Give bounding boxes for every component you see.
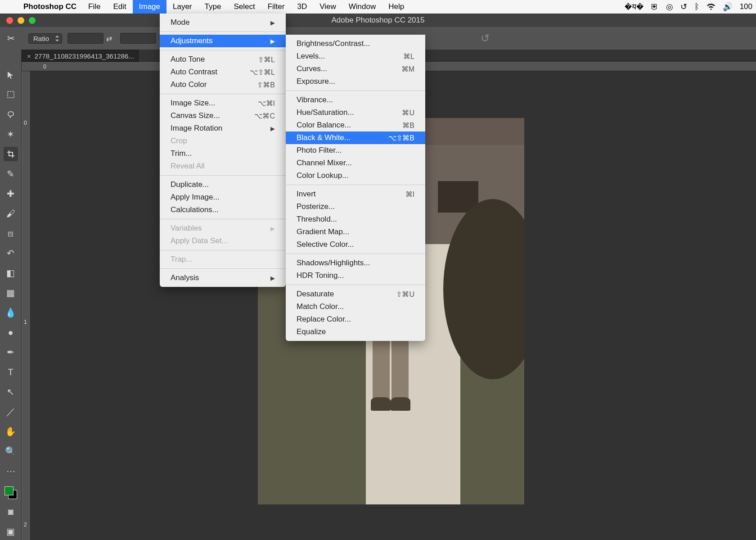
move-tool-icon[interactable] [4, 68, 18, 82]
timemachine-icon[interactable]: ↺ [680, 2, 687, 12]
zoom-dot[interactable] [29, 17, 36, 24]
image-menu-item-calculations[interactable]: Calculations... [160, 204, 286, 216]
adjustments-item-threshold[interactable]: Threshold... [286, 213, 425, 226]
menu-window[interactable]: Window [342, 0, 382, 14]
lasso-tool-icon[interactable] [4, 107, 18, 122]
adjustments-item-desaturate[interactable]: Desaturate⇧⌘U [286, 288, 425, 300]
dropbox-icon[interactable]: �य� [625, 2, 644, 12]
adjustments-item-vibrance[interactable]: Vibrance... [286, 94, 425, 106]
quickmask-icon[interactable]: ◙ [4, 504, 18, 519]
adjustments-item-channel-mixer[interactable]: Channel Mixer... [286, 157, 425, 169]
image-menu-item-apply-image[interactable]: Apply Image... [160, 191, 286, 204]
image-menu-item-canvas-size[interactable]: Canvas Size...⌥⌘C [160, 109, 286, 122]
menu-filter[interactable]: Filter [261, 0, 291, 14]
ruler-v-2: 2 [24, 522, 27, 528]
line-tool-icon[interactable]: ／ [4, 404, 18, 419]
zoom-tool-icon[interactable]: 🔍 [4, 444, 18, 458]
path-tool-icon[interactable]: ↖ [4, 385, 18, 399]
adjustments-item-curves[interactable]: Curves...⌘M [286, 63, 425, 75]
gradient-tool-icon[interactable]: ▦ [4, 286, 18, 300]
image-menu-item-auto-tone[interactable]: Auto Tone⇧⌘L [160, 53, 286, 66]
adjustments-item-equalize[interactable]: Equalize [286, 326, 425, 338]
cc-icon[interactable]: ◎ [666, 2, 673, 12]
adjustments-item-replace-color[interactable]: Replace Color... [286, 313, 425, 326]
adjustments-item-gradient-map[interactable]: Gradient Map... [286, 226, 425, 238]
menu-item-label: Channel Mixer... [297, 159, 414, 168]
adjustments-item-color-lookup[interactable]: Color Lookup... [286, 169, 425, 182]
shield-icon[interactable]: ⛨ [651, 2, 659, 12]
hand-tool-icon[interactable]: ✋ [4, 424, 18, 439]
menu-layer[interactable]: Layer [166, 0, 198, 14]
adjustments-item-match-color[interactable]: Match Color... [286, 300, 425, 313]
submenu-arrow-icon: ▶ [270, 38, 275, 45]
menu-item-label: Hue/Saturation... [297, 108, 384, 117]
marquee-tool-icon[interactable] [4, 87, 18, 102]
type-tool-icon[interactable]: T [4, 365, 18, 379]
screenmode-icon[interactable]: ▣ [4, 524, 18, 539]
menu-type[interactable]: Type [198, 0, 228, 14]
image-menu-item-mode[interactable]: Mode▶ [160, 16, 286, 29]
more-icon[interactable]: ⋯ [4, 464, 18, 478]
menu-item-label: Variables [171, 224, 252, 233]
magic-wand-tool-icon[interactable]: ✶ [4, 127, 18, 141]
menu-edit[interactable]: Edit [107, 0, 132, 14]
eyedropper-tool-icon[interactable]: ✎ [4, 167, 18, 181]
image-menu-item-auto-color[interactable]: Auto Color⇧⌘B [160, 78, 286, 91]
healing-tool-icon[interactable]: ✚ [4, 186, 18, 201]
crop-tool-icon[interactable] [4, 147, 18, 161]
adjustments-item-black-white[interactable]: Black & White...⌥⇧⌘B [286, 132, 425, 144]
image-menu-item-image-size[interactable]: Image Size...⌥⌘I [160, 97, 286, 109]
crop-icon[interactable]: ✂ [7, 33, 15, 44]
adjustments-item-color-balance[interactable]: Color Balance...⌘B [286, 119, 425, 132]
adjustments-item-invert[interactable]: Invert⌘I [286, 188, 425, 200]
adjustments-item-levels[interactable]: Levels...⌘L [286, 50, 425, 63]
volume-icon[interactable]: 🔊 [723, 2, 733, 12]
adjustments-item-photo-filter[interactable]: Photo Filter... [286, 144, 425, 157]
adjustments-item-posterize[interactable]: Posterize... [286, 200, 425, 213]
adjustments-item-brightness-contrast[interactable]: Brightness/Contrast... [286, 37, 425, 50]
menu-file[interactable]: File [82, 0, 107, 14]
eraser-tool-icon[interactable]: ◧ [4, 266, 18, 280]
pen-tool-icon[interactable]: ✒ [4, 345, 18, 359]
ratio-field-w[interactable] [68, 33, 104, 44]
menu-3d[interactable]: 3D [291, 0, 313, 14]
adjustments-item-exposure[interactable]: Exposure... [286, 75, 425, 88]
blur-tool-icon[interactable]: 💧 [4, 305, 18, 320]
adjustments-item-shadows-highlights[interactable]: Shadows/Highlights... [286, 257, 425, 269]
close-dot[interactable] [6, 17, 13, 24]
adjustments-item-selective-color[interactable]: Selective Color... [286, 238, 425, 251]
close-tab-icon[interactable]: × [27, 52, 31, 60]
image-menu-item-adjustments[interactable]: Adjustments▶ [160, 35, 286, 47]
menu-view[interactable]: View [313, 0, 342, 14]
foreground-swatch[interactable] [4, 486, 14, 495]
color-swatches[interactable] [4, 486, 17, 499]
wifi-icon[interactable] [706, 3, 716, 10]
menu-item-label: Selective Color... [297, 240, 414, 249]
ratio-field-h[interactable] [120, 33, 156, 44]
image-menu-item-image-rotation[interactable]: Image Rotation▶ [160, 122, 286, 135]
app-name[interactable]: Photoshop CC [18, 2, 82, 11]
image-menu-item-duplicate[interactable]: Duplicate... [160, 178, 286, 191]
history-brush-tool-icon[interactable]: ↶ [4, 246, 18, 260]
adjustments-item-hdr-toning[interactable]: HDR Toning... [286, 269, 425, 282]
minimize-dot[interactable] [18, 17, 24, 24]
menu-item-label: Vibrance... [297, 95, 414, 104]
image-menu-item-trim[interactable]: Trim... [160, 147, 286, 160]
ratio-dropdown[interactable]: Ratio [28, 33, 62, 44]
reset-icon[interactable]: ↺ [481, 32, 490, 45]
image-menu-item-auto-contrast[interactable]: Auto Contrast⌥⇧⌘L [160, 66, 286, 78]
swap-icon[interactable]: ⇄ [106, 34, 112, 43]
menu-image[interactable]: Image [133, 0, 166, 14]
image-menu-item-analysis[interactable]: Analysis▶ [160, 272, 286, 284]
adjustments-item-hue-saturation[interactable]: Hue/Saturation...⌘U [286, 106, 425, 119]
document-tab[interactable]: × 2778_1108231996413_361286... [22, 50, 140, 62]
submenu-arrow-icon: ▶ [270, 275, 275, 281]
menu-item-label: Analysis [171, 273, 252, 282]
bluetooth-icon[interactable]: ᛒ [694, 2, 699, 12]
dodge-tool-icon[interactable]: ● [4, 325, 18, 340]
stamp-tool-icon[interactable]: ⧇ [4, 226, 18, 241]
menu-help[interactable]: Help [382, 0, 410, 14]
menu-select[interactable]: Select [227, 0, 261, 14]
battery-percent[interactable]: 100 [740, 2, 752, 11]
brush-tool-icon[interactable]: 🖌 [4, 206, 18, 221]
